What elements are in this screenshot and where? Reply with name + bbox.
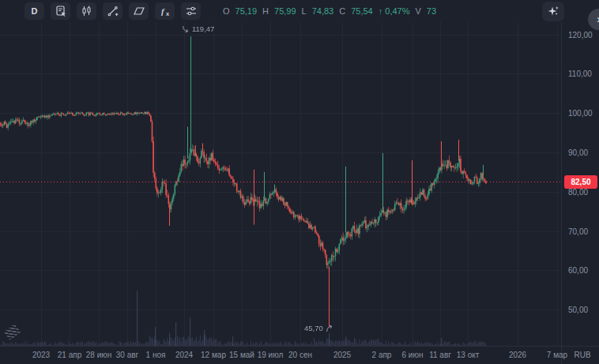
time-axis-label: 15 май <box>229 347 254 363</box>
trend-line-tool-icon[interactable] <box>103 2 122 20</box>
sparkles-icon <box>547 5 560 18</box>
time-axis-label: 7 мар <box>547 347 567 363</box>
ohlc-value: 75,99 <box>274 6 296 16</box>
interval-button[interactable]: D <box>24 2 44 20</box>
time-axis-label: 2023 <box>32 347 50 363</box>
panel-template-icon[interactable] <box>51 2 70 20</box>
chart-toolbar: D fx O75,19H75,99L74,83C75,54↑ 0,47%V73 <box>0 0 599 22</box>
ohlc-value: 73 <box>427 6 436 16</box>
time-axis-label: 2 апр <box>372 347 392 363</box>
shape-tool-icon[interactable] <box>129 2 149 20</box>
price-axis-label: 50,00 <box>568 306 588 314</box>
time-axis-label: 2026 <box>509 347 526 363</box>
last-price-badge: 82,50 <box>564 175 597 189</box>
ohlc-value: ↑ 0,47% <box>379 6 410 16</box>
price-axis-label: 70,00 <box>568 227 588 236</box>
time-axis-label: 20 сен <box>288 347 312 363</box>
curved-arrow-down-icon <box>182 25 190 33</box>
price-axis-label: 80,00 <box>568 188 588 197</box>
time-axis-label: 6 июн <box>402 347 424 363</box>
indicators-fx-icon[interactable]: fx <box>155 2 175 20</box>
ohlc-legend: O75,19H75,99L74,83C75,54↑ 0,47%V73 <box>223 6 436 16</box>
time-axis-label: 11 авг <box>429 347 451 363</box>
time-axis-label: 19 июл <box>258 347 284 363</box>
price-axis-label: 120,00 <box>568 31 593 39</box>
low-price-label: 45,70 <box>304 324 323 332</box>
price-axis-label: 110,00 <box>568 69 592 78</box>
price-axis-label: 90,00 <box>568 148 588 157</box>
svg-text:f: f <box>161 6 165 16</box>
time-axis[interactable]: RUB 202321 апр28 июн30 авг1 ноя202412 ма… <box>0 346 599 364</box>
time-axis-label: 13 окт <box>457 347 480 363</box>
time-axis-label: 28 июн <box>86 347 112 363</box>
ohlc-key: O <box>223 6 230 16</box>
chart-type-candles-icon[interactable] <box>77 2 96 20</box>
low-price-annotation: 45,70 <box>304 324 333 332</box>
price-axis-label: 60,00 <box>568 266 588 275</box>
time-axis-label: 30 авг <box>116 347 138 363</box>
ohlc-value: 75,19 <box>235 6 258 16</box>
ohlc-key: C <box>339 6 345 16</box>
currency-label: RUB <box>574 347 590 363</box>
time-axis-label: 2024 <box>175 347 193 363</box>
time-axis-label: 2025 <box>333 347 351 363</box>
svg-text:x: x <box>166 10 170 17</box>
toolbar-icons: fx <box>51 2 201 20</box>
ohlc-value: 75,54 <box>351 6 373 16</box>
settings-sliders-icon[interactable] <box>181 2 201 20</box>
time-axis-label: 21 апр <box>58 347 81 363</box>
time-axis-label: 1 ноя <box>146 347 166 363</box>
price-axis[interactable]: 82,50 120,00110,00100,0090,0080,0070,006… <box>561 22 599 364</box>
high-price-annotation: 119,47 <box>182 24 214 33</box>
high-price-label: 119,47 <box>192 24 214 33</box>
ohlc-key: V <box>415 6 420 16</box>
curved-arrow-up-icon <box>326 325 333 332</box>
ohlc-value: 74,83 <box>312 6 334 16</box>
trading-chart-app: D fx O75,19H75,99L74,83C75,54↑ 0,47%V73 … <box>0 0 599 364</box>
ohlc-key: L <box>302 6 307 16</box>
chart-canvas[interactable] <box>0 22 561 346</box>
time-axis-label: 12 мар <box>201 347 226 363</box>
ohlc-key: H <box>262 6 269 16</box>
ai-assistant-button[interactable] <box>542 2 564 21</box>
price-axis-label: 100,00 <box>568 109 593 118</box>
